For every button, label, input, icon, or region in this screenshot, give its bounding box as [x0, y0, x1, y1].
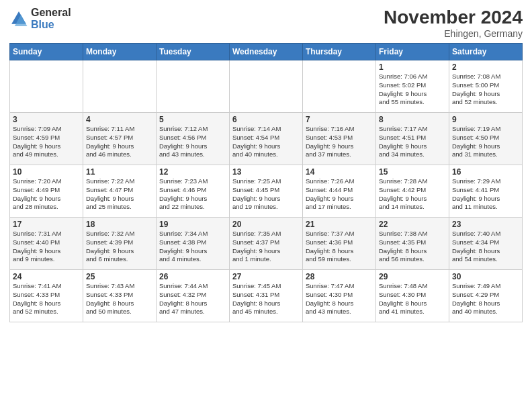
location: Ehingen, Germany — [384, 28, 523, 39]
day-number: 10 — [13, 167, 80, 177]
calendar-cell: 17Sunrise: 7:31 AM Sunset: 4:40 PM Dayli… — [10, 218, 83, 270]
day-info: Sunrise: 7:08 AM Sunset: 5:00 PM Dayligh… — [452, 73, 519, 107]
day-info: Sunrise: 7:41 AM Sunset: 4:33 PM Dayligh… — [13, 282, 80, 316]
calendar-cell: 28Sunrise: 7:47 AM Sunset: 4:30 PM Dayli… — [303, 270, 376, 322]
day-number: 29 — [379, 272, 446, 281]
day-number: 12 — [159, 167, 226, 177]
calendar-cell — [83, 60, 157, 113]
day-info: Sunrise: 7:20 AM Sunset: 4:49 PM Dayligh… — [13, 177, 80, 212]
day-info: Sunrise: 7:38 AM Sunset: 4:35 PM Dayligh… — [379, 230, 446, 264]
day-number: 9 — [452, 115, 519, 124]
calendar-week-row: 17Sunrise: 7:31 AM Sunset: 4:40 PM Dayli… — [10, 218, 523, 270]
calendar-cell: 11Sunrise: 7:22 AM Sunset: 4:47 PM Dayli… — [83, 165, 157, 218]
day-info: Sunrise: 7:16 AM Sunset: 4:53 PM Dayligh… — [306, 125, 373, 159]
day-number: 23 — [452, 220, 519, 229]
calendar-cell: 13Sunrise: 7:25 AM Sunset: 4:45 PM Dayli… — [230, 165, 303, 218]
calendar-week-row: 3Sunrise: 7:09 AM Sunset: 4:59 PM Daylig… — [10, 113, 523, 165]
day-number: 2 — [452, 62, 519, 72]
month-title: November 2024 — [384, 7, 523, 28]
calendar-week-row: 10Sunrise: 7:20 AM Sunset: 4:49 PM Dayli… — [10, 165, 523, 218]
day-info: Sunrise: 7:29 AM Sunset: 4:41 PM Dayligh… — [452, 177, 519, 212]
calendar-cell: 12Sunrise: 7:23 AM Sunset: 4:46 PM Dayli… — [157, 165, 230, 218]
calendar-cell: 6Sunrise: 7:14 AM Sunset: 4:54 PM Daylig… — [230, 113, 303, 165]
day-info: Sunrise: 7:34 AM Sunset: 4:38 PM Dayligh… — [159, 230, 226, 264]
day-info: Sunrise: 7:25 AM Sunset: 4:45 PM Dayligh… — [232, 177, 300, 212]
calendar-cell: 27Sunrise: 7:45 AM Sunset: 4:31 PM Dayli… — [230, 270, 303, 322]
header-day: Friday — [376, 44, 449, 60]
calendar-cell: 25Sunrise: 7:43 AM Sunset: 4:33 PM Dayli… — [83, 270, 157, 322]
calendar-cell: 5Sunrise: 7:12 AM Sunset: 4:56 PM Daylig… — [157, 113, 230, 165]
day-number: 8 — [379, 115, 446, 124]
day-number: 27 — [232, 272, 300, 281]
day-info: Sunrise: 7:23 AM Sunset: 4:46 PM Dayligh… — [159, 177, 226, 212]
day-number: 13 — [232, 167, 300, 177]
calendar-cell: 26Sunrise: 7:44 AM Sunset: 4:32 PM Dayli… — [157, 270, 230, 322]
day-info: Sunrise: 7:47 AM Sunset: 4:30 PM Dayligh… — [306, 282, 373, 316]
calendar-cell: 7Sunrise: 7:16 AM Sunset: 4:53 PM Daylig… — [303, 113, 376, 165]
logo-icon — [9, 9, 28, 28]
day-number: 16 — [452, 167, 519, 177]
calendar-cell: 2Sunrise: 7:08 AM Sunset: 5:00 PM Daylig… — [449, 60, 523, 113]
day-number: 20 — [232, 220, 300, 229]
day-info: Sunrise: 7:44 AM Sunset: 4:32 PM Dayligh… — [159, 282, 226, 316]
calendar-cell: 19Sunrise: 7:34 AM Sunset: 4:38 PM Dayli… — [157, 218, 230, 270]
calendar-cell: 9Sunrise: 7:19 AM Sunset: 4:50 PM Daylig… — [449, 113, 523, 165]
day-number: 14 — [306, 167, 373, 177]
day-info: Sunrise: 7:35 AM Sunset: 4:37 PM Dayligh… — [232, 230, 300, 264]
day-number: 5 — [159, 115, 226, 124]
day-number: 3 — [13, 115, 80, 124]
day-info: Sunrise: 7:17 AM Sunset: 4:51 PM Dayligh… — [379, 125, 446, 159]
calendar-cell: 3Sunrise: 7:09 AM Sunset: 4:59 PM Daylig… — [10, 113, 83, 165]
calendar-week-row: 24Sunrise: 7:41 AM Sunset: 4:33 PM Dayli… — [10, 270, 523, 322]
day-info: Sunrise: 7:22 AM Sunset: 4:47 PM Dayligh… — [86, 177, 153, 212]
day-info: Sunrise: 7:32 AM Sunset: 4:39 PM Dayligh… — [86, 230, 153, 264]
day-number: 30 — [452, 272, 519, 281]
day-number: 18 — [86, 220, 153, 229]
day-info: Sunrise: 7:11 AM Sunset: 4:57 PM Dayligh… — [86, 125, 153, 159]
header: General Blue November 2024 Ehingen, Germ… — [9, 7, 523, 39]
calendar-cell: 1Sunrise: 7:06 AM Sunset: 5:02 PM Daylig… — [376, 60, 449, 113]
header-day: Thursday — [303, 44, 376, 60]
calendar-cell — [10, 60, 83, 113]
header-day: Sunday — [10, 44, 83, 60]
calendar-cell: 10Sunrise: 7:20 AM Sunset: 4:49 PM Dayli… — [10, 165, 83, 218]
day-number: 22 — [379, 220, 446, 229]
day-number: 15 — [379, 167, 446, 177]
logo: General Blue — [9, 7, 71, 32]
calendar-cell — [230, 60, 303, 113]
day-number: 17 — [13, 220, 80, 229]
day-info: Sunrise: 7:14 AM Sunset: 4:54 PM Dayligh… — [232, 125, 300, 159]
day-number: 1 — [379, 62, 446, 72]
calendar-week-row: 1Sunrise: 7:06 AM Sunset: 5:02 PM Daylig… — [10, 60, 523, 113]
calendar-cell: 4Sunrise: 7:11 AM Sunset: 4:57 PM Daylig… — [83, 113, 157, 165]
calendar-cell: 23Sunrise: 7:40 AM Sunset: 4:34 PM Dayli… — [449, 218, 523, 270]
day-number: 24 — [13, 272, 80, 281]
day-number: 25 — [86, 272, 153, 281]
day-number: 19 — [159, 220, 226, 229]
calendar-cell: 16Sunrise: 7:29 AM Sunset: 4:41 PM Dayli… — [449, 165, 523, 218]
calendar-cell: 15Sunrise: 7:28 AM Sunset: 4:42 PM Dayli… — [376, 165, 449, 218]
header-day: Tuesday — [157, 44, 230, 60]
header-day: Wednesday — [230, 44, 303, 60]
day-info: Sunrise: 7:09 AM Sunset: 4:59 PM Dayligh… — [13, 125, 80, 159]
day-number: 26 — [159, 272, 226, 281]
day-info: Sunrise: 7:49 AM Sunset: 4:29 PM Dayligh… — [452, 282, 519, 316]
day-number: 28 — [306, 272, 373, 281]
page-container: General Blue November 2024 Ehingen, Germ… — [0, 0, 532, 326]
calendar-cell — [157, 60, 230, 113]
day-info: Sunrise: 7:45 AM Sunset: 4:31 PM Dayligh… — [232, 282, 300, 316]
day-info: Sunrise: 7:12 AM Sunset: 4:56 PM Dayligh… — [159, 125, 226, 159]
header-day: Saturday — [449, 44, 523, 60]
day-info: Sunrise: 7:48 AM Sunset: 4:30 PM Dayligh… — [379, 282, 446, 316]
calendar-cell: 30Sunrise: 7:49 AM Sunset: 4:29 PM Dayli… — [449, 270, 523, 322]
header-day: Monday — [83, 44, 157, 60]
day-info: Sunrise: 7:37 AM Sunset: 4:36 PM Dayligh… — [306, 230, 373, 264]
calendar-cell: 22Sunrise: 7:38 AM Sunset: 4:35 PM Dayli… — [376, 218, 449, 270]
day-info: Sunrise: 7:19 AM Sunset: 4:50 PM Dayligh… — [452, 125, 519, 159]
calendar-cell: 8Sunrise: 7:17 AM Sunset: 4:51 PM Daylig… — [376, 113, 449, 165]
logo-text: General Blue — [31, 7, 71, 32]
calendar-cell: 24Sunrise: 7:41 AM Sunset: 4:33 PM Dayli… — [10, 270, 83, 322]
day-number: 21 — [306, 220, 373, 229]
header-row: SundayMondayTuesdayWednesdayThursdayFrid… — [10, 44, 523, 60]
calendar-cell: 18Sunrise: 7:32 AM Sunset: 4:39 PM Dayli… — [83, 218, 157, 270]
